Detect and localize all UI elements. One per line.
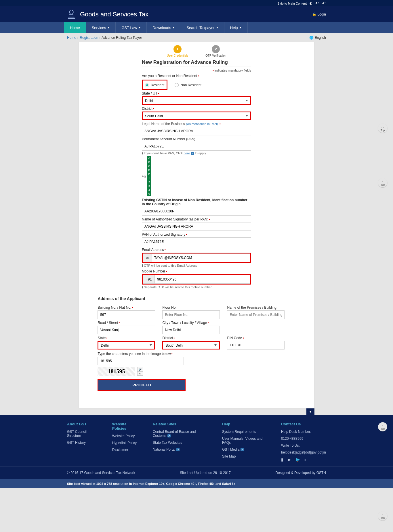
footer-link-sysreq[interactable]: System Requirements	[222, 430, 267, 434]
state-select[interactable]: Delhi	[142, 96, 251, 105]
linkedin-icon[interactable]: in	[304, 457, 308, 462]
login-link[interactable]: 🔒 Login	[312, 12, 326, 16]
nav-services[interactable]: Services ▼	[86, 22, 116, 33]
footer-toggle-button[interactable]: ▼	[306, 408, 314, 415]
step-2-circle: 2	[212, 45, 220, 53]
floor-input[interactable]	[162, 310, 220, 319]
address-title: Address of the Applicant	[98, 296, 295, 301]
facebook-icon[interactable]: ▮	[281, 457, 283, 462]
proceed-button[interactable]: PROCEED	[98, 380, 185, 390]
mobile-prefix: +91	[143, 275, 154, 284]
step-1-circle: 1	[173, 45, 182, 53]
legal-name-input[interactable]	[142, 127, 251, 135]
district-label: District	[142, 107, 251, 111]
footer-link-media[interactable]: GST Media ↗	[222, 448, 267, 452]
pan-example: Eg: ABCDE1234X	[142, 156, 251, 196]
steps: 1 User Credentials 2 OTP Verification	[79, 45, 314, 57]
nav-downloads[interactable]: Downloads ▼	[147, 22, 181, 33]
font-decrease[interactable]: A⁻	[322, 1, 326, 5]
eg-char-box: 4	[147, 188, 151, 192]
main-nav: Home Services ▼ GST Law ▼ Downloads ▼ Se…	[0, 22, 393, 33]
eg-char-box: E	[147, 172, 151, 176]
addr-state-select[interactable]: Delhi	[98, 341, 155, 349]
footer-link-national-portal[interactable]: National Portal ↗	[153, 448, 208, 452]
radio-resident[interactable]: Resident	[145, 83, 164, 87]
footer-link-website-policy[interactable]: Website Policy	[112, 434, 138, 438]
radio-non-resident[interactable]: Non Resident	[175, 81, 201, 89]
building-input[interactable]	[98, 310, 155, 319]
addr-district-label: District	[162, 336, 220, 340]
font-increase[interactable]: A⁺	[315, 1, 319, 5]
language-selector[interactable]: 🌐 English	[309, 36, 326, 40]
designed-by: Designed & Developed by GSTN	[276, 471, 326, 475]
caret-icon: ▼	[138, 26, 141, 29]
auth-name-input[interactable]	[142, 222, 251, 231]
pin-input[interactable]	[227, 341, 285, 349]
scroll-top-button[interactable]: ︿Top	[378, 178, 387, 187]
email-label: Email Address	[142, 248, 251, 252]
footer-link-disclaimer[interactable]: Disclaimer	[112, 448, 138, 452]
skip-link[interactable]: Skip to Main Content	[277, 2, 307, 5]
premises-input[interactable]	[227, 310, 285, 319]
breadcrumb-home[interactable]: Home	[67, 36, 76, 40]
building-label: Building No. / Flat No.	[98, 306, 155, 310]
footer-link-history[interactable]: GST History	[67, 441, 98, 445]
breadcrumb-current: Advance Ruling Tax Payer	[102, 36, 142, 40]
footer-link-manuals[interactable]: User Manuals, Videos and FAQs	[222, 437, 267, 445]
gstin-input[interactable]	[142, 207, 251, 216]
mobile-input[interactable]	[154, 275, 250, 284]
footer-link-cbec[interactable]: Central Board of Excise and Customs ↗	[153, 430, 208, 438]
emblem-icon	[67, 9, 76, 19]
breadcrumb-registration[interactable]: Registration	[80, 36, 98, 40]
nav-help[interactable]: Help ▼	[224, 22, 248, 33]
email-group: ✉	[142, 253, 251, 263]
legal-name-label: Legal Name of the Business (As mentioned…	[142, 122, 251, 126]
caret-icon: ▼	[108, 26, 110, 29]
pan-input[interactable]	[142, 142, 251, 151]
eg-char-box: B	[147, 160, 151, 164]
city-label: City / Town / Locality / Village	[162, 321, 220, 325]
footer-help-heading: Help	[222, 422, 267, 426]
header: Goods and Services Tax 🔒 Login	[0, 6, 393, 22]
captcha-input[interactable]	[98, 357, 184, 365]
chevron-up-icon: ︿	[381, 180, 384, 183]
write-to-email: helpdesk[at]gst[dot]gov[dot]in	[281, 450, 326, 454]
footer-link-hyperlink-policy[interactable]: Hyperlink Policy	[112, 441, 138, 445]
step-1-label: User Credentials	[167, 54, 188, 57]
brand-title: Goods and Services Tax	[80, 11, 148, 18]
step-otp-verification: 2 OTP Verification	[205, 45, 226, 57]
step-line	[188, 49, 205, 49]
captcha-label: Type the characters you see in the image…	[98, 352, 295, 356]
email-input[interactable]	[152, 253, 250, 262]
auth-pan-input[interactable]	[142, 237, 251, 246]
scroll-top-button[interactable]: ︿Top	[378, 422, 387, 431]
youtube-icon[interactable]: ▶	[288, 457, 291, 462]
footer-link-council[interactable]: GST Council Structure	[67, 430, 98, 438]
captcha-audio-button[interactable]: 🔊	[137, 367, 143, 371]
resident-label: Are you a Resident or Non Resident	[142, 74, 251, 78]
breadcrumb: Home› Registration› Advance Ruling Tax P…	[67, 36, 142, 40]
district-select[interactable]: South Delhi	[142, 112, 251, 120]
captcha-image: 181595	[98, 367, 135, 376]
captcha-refresh-button[interactable]: ↻	[137, 371, 143, 376]
caret-icon: ▼	[216, 26, 218, 29]
nav-home[interactable]: Home	[64, 22, 86, 33]
external-link-icon: ↗	[176, 448, 180, 451]
road-label: Road / Street	[98, 321, 155, 325]
footer-link-sitemap[interactable]: Site Map	[222, 454, 267, 458]
footer-link-state-tax[interactable]: State Tax Websites	[153, 441, 208, 445]
premises-label: Name of the Premises / Building	[227, 306, 285, 310]
twitter-icon[interactable]: 🐦	[295, 457, 300, 462]
state-label: State / UT	[142, 91, 251, 95]
contrast-icon[interactable]: ◐	[310, 1, 312, 5]
footer-about-heading: About GST	[67, 422, 98, 426]
eg-char-box: 2	[147, 180, 151, 184]
scroll-top-button[interactable]: ︿Top	[378, 124, 387, 133]
nav-gst-law[interactable]: GST Law ▼	[116, 22, 147, 33]
pan-apply-link[interactable]: here	[184, 151, 190, 155]
nav-search-taxpayer[interactable]: Search Taxpayer ▼	[181, 22, 224, 33]
eg-char-box: D	[147, 168, 151, 172]
city-input[interactable]	[162, 326, 220, 334]
road-input[interactable]	[98, 326, 155, 334]
addr-district-select[interactable]: South Delhi	[162, 341, 220, 349]
